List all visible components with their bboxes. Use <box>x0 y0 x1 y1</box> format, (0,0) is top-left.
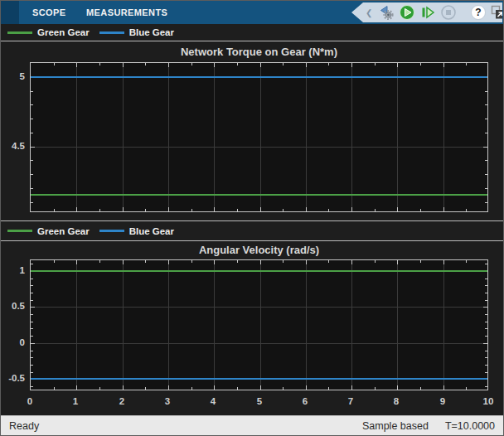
gridline <box>31 343 487 344</box>
plot-area[interactable] <box>30 62 488 212</box>
gridline <box>168 63 169 211</box>
x-tick <box>76 385 77 390</box>
x-tick <box>54 387 55 390</box>
collapse-chevron-icon[interactable]: ❮ <box>366 8 372 17</box>
x-tick <box>260 63 261 67</box>
x-tick-label: 1 <box>63 395 88 407</box>
x-tick <box>397 207 398 211</box>
x-tick <box>328 387 329 390</box>
y-tick <box>31 119 33 119</box>
y-tick <box>31 160 33 161</box>
stop-button[interactable] <box>440 3 457 22</box>
y-tick <box>31 307 35 308</box>
y-tick <box>31 202 33 203</box>
y-tick-label: -0.5 <box>2 372 25 384</box>
help-button[interactable]: ? <box>470 3 487 22</box>
run-button[interactable] <box>399 3 415 22</box>
scope-window: SCOPE MEASUREMENTS ❮ <box>0 0 504 436</box>
x-tick <box>466 63 467 65</box>
x-tick <box>54 209 55 211</box>
legend-swatch-blue <box>99 31 124 34</box>
x-tick <box>237 387 238 390</box>
tab-measurements[interactable]: MEASUREMENTS <box>86 1 167 24</box>
dock-button[interactable] <box>491 3 504 22</box>
step-forward-button[interactable] <box>419 3 436 22</box>
x-tick <box>375 260 376 263</box>
x-tick <box>191 260 192 263</box>
y-tick <box>31 372 33 373</box>
x-tick <box>283 63 284 65</box>
x-tick <box>99 63 100 65</box>
x-tick <box>54 260 55 263</box>
help-icon: ? <box>470 4 487 21</box>
x-tick <box>420 209 421 211</box>
x-tick <box>351 63 352 67</box>
x-tick-label: 10 <box>476 395 501 407</box>
series-line-green-gear <box>31 194 487 196</box>
legend-swatch-green <box>7 230 32 232</box>
x-tick <box>375 63 376 65</box>
x-tick <box>214 63 215 67</box>
y-tick <box>485 285 487 286</box>
gridline <box>443 63 444 211</box>
gridline <box>306 260 307 390</box>
x-tick <box>214 260 215 264</box>
x-tick-label: 8 <box>384 395 409 407</box>
legend-item-green-gear[interactable]: Green Gear <box>7 27 90 37</box>
y-tick <box>485 174 487 175</box>
x-tick <box>123 63 124 67</box>
y-tick <box>31 279 33 279</box>
y-tick <box>31 300 33 301</box>
x-tick <box>237 260 238 263</box>
y-tick <box>31 293 33 293</box>
x-tick <box>168 63 169 67</box>
x-tick <box>145 209 146 211</box>
y-tick <box>31 328 33 329</box>
x-tick-label: 4 <box>201 395 225 407</box>
y-tick <box>31 174 33 175</box>
tab-scope[interactable]: SCOPE <box>32 1 66 24</box>
x-tick <box>283 209 284 211</box>
series-line-blue-gear <box>31 76 487 78</box>
plot-area[interactable] <box>30 259 488 390</box>
x-tick-label: 2 <box>109 395 134 407</box>
legend-item-blue-gear[interactable]: Blue Gear <box>99 226 174 236</box>
app-corner-button[interactable] <box>1 1 19 24</box>
gridline <box>168 260 169 390</box>
legend-display-2: Green Gear Blue Gear <box>1 220 503 241</box>
x-tick <box>328 260 329 263</box>
x-tick <box>76 260 77 264</box>
y-tick <box>31 264 33 264</box>
y-tick <box>31 188 33 189</box>
x-tick <box>306 63 307 67</box>
y-tick <box>485 357 487 358</box>
display-torque[interactable]: Network Torque on Gear (N*m)54.5 <box>1 41 503 220</box>
y-tick-label: 4.5 <box>2 140 25 152</box>
dock-icon <box>491 5 504 20</box>
gridline <box>351 260 352 390</box>
x-tick-label: 7 <box>338 395 363 407</box>
x-tick <box>260 260 261 264</box>
legend-item-green-gear[interactable]: Green Gear <box>7 226 90 236</box>
x-tick <box>375 209 376 211</box>
y-tick <box>485 279 487 279</box>
y-tick <box>31 365 33 366</box>
series-line-blue-gear <box>31 378 487 380</box>
x-tick <box>397 260 398 264</box>
legend-item-blue-gear[interactable]: Blue Gear <box>99 27 174 37</box>
legend-display-1: Green Gear Blue Gear <box>1 24 503 41</box>
gridline <box>214 63 215 211</box>
y-tick <box>485 104 487 105</box>
x-tick <box>375 387 376 390</box>
step-back-button[interactable] <box>378 3 395 22</box>
y-tick <box>485 300 487 301</box>
x-tick <box>306 207 307 211</box>
y-tick <box>485 336 487 337</box>
x-tick <box>145 63 146 65</box>
y-tick <box>483 147 487 148</box>
status-sim-time: T=10.0000 <box>445 420 495 432</box>
y-tick <box>485 188 487 189</box>
display-angular-velocity[interactable]: Angular Velocity (rad/s)10.50-0.50123456… <box>1 241 503 417</box>
plot-title: Angular Velocity (rad/s) <box>30 244 488 256</box>
x-tick <box>443 207 444 211</box>
